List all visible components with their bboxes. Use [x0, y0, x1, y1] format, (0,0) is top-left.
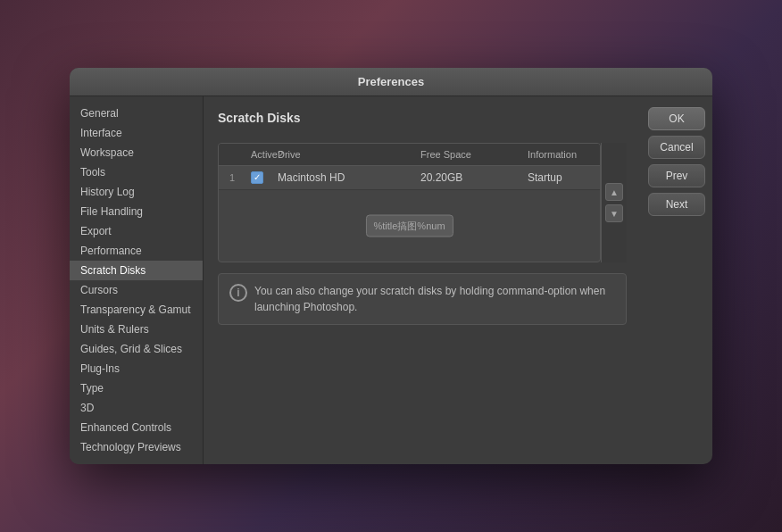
info-line1: You can also change your scratch disks b… [254, 285, 605, 297]
col-header-freespace: Free Space [417, 147, 524, 162]
prev-button[interactable]: Prev [648, 164, 705, 187]
active-checkbox[interactable]: ✓ [251, 171, 263, 184]
arrow-up-icon: ▲ [610, 187, 619, 197]
tooltip-area: i You can also change your scratch disks… [218, 273, 627, 325]
scroll-arrows: ▲ ▼ [601, 143, 627, 262]
sidebar-item-file-handling[interactable]: File Handling [70, 202, 203, 221]
dialog-body: GeneralInterfaceWorkspaceToolsHistory Lo… [70, 96, 712, 464]
table-row: 1 ✓ Macintosh HD 20.20GB Startup [219, 166, 600, 190]
sidebar-item-export[interactable]: Export [70, 221, 203, 241]
sidebar: GeneralInterfaceWorkspaceToolsHistory Lo… [70, 96, 204, 464]
cancel-button[interactable]: Cancel [648, 136, 705, 159]
table-empty-area: %title搞图%num [219, 190, 600, 262]
row-freespace: 20.20GB [417, 170, 524, 186]
sidebar-item-guides-grid-slices[interactable]: Guides, Grid & Slices [70, 339, 203, 359]
sidebar-item-cursors[interactable]: Cursors [70, 280, 203, 300]
main-content: Scratch Disks Active? Drive Free Space I… [204, 96, 641, 464]
sidebar-item-history-log[interactable]: History Log [70, 182, 203, 202]
table-area: Active? Drive Free Space Information 1 ✓ [218, 143, 627, 262]
preferences-dialog: Preferences GeneralInterfaceWorkspaceToo… [70, 68, 712, 464]
sidebar-item-scratch-disks[interactable]: Scratch Disks [70, 261, 203, 280]
sidebar-item-plug-ins[interactable]: Plug-Ins [70, 359, 203, 378]
sidebar-item-3d[interactable]: 3D [70, 398, 203, 418]
col-header-active: Active? [247, 147, 274, 162]
sidebar-item-tools[interactable]: Tools [70, 162, 203, 182]
col-header-num [226, 147, 247, 162]
sidebar-item-technology-previews[interactable]: Technology Previews [70, 437, 203, 457]
col-header-information: Information [524, 147, 593, 162]
col-header-drive: Drive [274, 147, 417, 162]
dialog-titlebar: Preferences [70, 68, 712, 96]
scroll-up-arrow[interactable]: ▲ [605, 183, 623, 201]
row-information: Startup [524, 170, 593, 186]
sidebar-item-transparency-gamut[interactable]: Transparency & Gamut [70, 300, 203, 320]
table-header: Active? Drive Free Space Information [219, 144, 600, 166]
scroll-down-arrow[interactable]: ▼ [605, 204, 623, 222]
sidebar-item-general[interactable]: General [70, 104, 203, 123]
tooltip-text: You can also change your scratch disks b… [254, 283, 605, 315]
next-button[interactable]: Next [648, 193, 705, 216]
info-line2: launching Photoshop. [254, 301, 357, 313]
sidebar-item-workspace[interactable]: Workspace [70, 143, 203, 162]
button-panel: OK Cancel Prev Next [641, 96, 712, 464]
placeholder-label: %title搞图%num [365, 215, 453, 237]
sidebar-item-interface[interactable]: Interface [70, 123, 203, 143]
section-title: Scratch Disks [218, 111, 627, 125]
sidebar-item-type[interactable]: Type [70, 378, 203, 398]
checkbox-check-icon: ✓ [254, 173, 261, 182]
info-icon: i [229, 284, 247, 302]
table-container: Active? Drive Free Space Information 1 ✓ [219, 144, 600, 262]
arrow-down-icon: ▼ [610, 209, 619, 219]
ok-button[interactable]: OK [648, 107, 705, 130]
row-drive: Macintosh HD [274, 170, 417, 186]
row-active-cell: ✓ [247, 170, 274, 186]
sidebar-item-enhanced-controls[interactable]: Enhanced Controls [70, 418, 203, 437]
sidebar-item-units-rulers[interactable]: Units & Rulers [70, 320, 203, 339]
row-number: 1 [226, 170, 247, 185]
sidebar-item-performance[interactable]: Performance [70, 241, 203, 261]
scratch-disks-table: Active? Drive Free Space Information 1 ✓ [218, 143, 601, 262]
dialog-title: Preferences [358, 75, 424, 88]
